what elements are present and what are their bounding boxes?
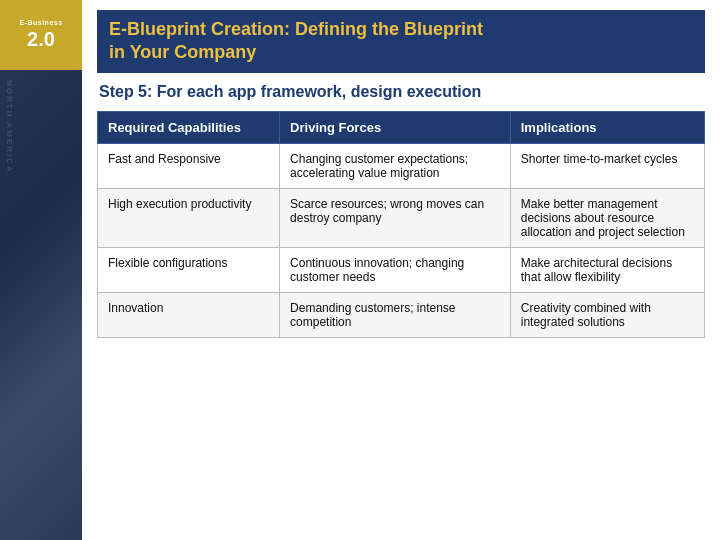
driving-cell: Changing customer expectations; accelera… bbox=[280, 143, 511, 188]
header-bar: E-Blueprint Creation: Defining the Bluep… bbox=[97, 10, 705, 73]
col-header-capabilities: Required Capabilities bbox=[98, 111, 280, 143]
table-row: High execution productivityScarce resour… bbox=[98, 188, 705, 247]
implications-cell: Make architectural decisions that allow … bbox=[510, 247, 704, 292]
col-header-implications: Implications bbox=[510, 111, 704, 143]
capability-cell: Fast and Responsive bbox=[98, 143, 280, 188]
table-row: Fast and ResponsiveChanging customer exp… bbox=[98, 143, 705, 188]
header-title-plain: E-Blueprint Creation: Defining the Bluep… bbox=[109, 19, 483, 39]
implications-cell: Creativity combined with integrated solu… bbox=[510, 292, 704, 337]
main-content: E-Blueprint Creation: Defining the Bluep… bbox=[82, 0, 720, 540]
capability-cell: Innovation bbox=[98, 292, 280, 337]
data-table: Required Capabilities Driving Forces Imp… bbox=[97, 111, 705, 338]
driving-cell: Scarce resources; wrong moves can destro… bbox=[280, 188, 511, 247]
driving-cell: Continuous innovation; changing customer… bbox=[280, 247, 511, 292]
capability-cell: High execution productivity bbox=[98, 188, 280, 247]
step-text: Step 5: For each app framework, design e… bbox=[97, 83, 705, 101]
header-title-highlight: in Your Company bbox=[109, 42, 256, 62]
col-header-driving: Driving Forces bbox=[280, 111, 511, 143]
map-decoration: NORTH AMERICA bbox=[5, 80, 14, 174]
header-title: E-Blueprint Creation: Defining the Bluep… bbox=[109, 18, 693, 65]
driving-cell: Demanding customers; intense competition bbox=[280, 292, 511, 337]
table-header-row: Required Capabilities Driving Forces Imp… bbox=[98, 111, 705, 143]
logo-area: E-Business 2.0 bbox=[0, 0, 82, 70]
background-left: NORTH AMERICA bbox=[0, 0, 82, 540]
table-row: Flexible configurationsContinuous innova… bbox=[98, 247, 705, 292]
table-row: InnovationDemanding customers; intense c… bbox=[98, 292, 705, 337]
implications-cell: Shorter time-to-market cycles bbox=[510, 143, 704, 188]
capability-cell: Flexible configurations bbox=[98, 247, 280, 292]
logo-text: E-Business 2.0 bbox=[19, 19, 62, 51]
implications-cell: Make better management decisions about r… bbox=[510, 188, 704, 247]
